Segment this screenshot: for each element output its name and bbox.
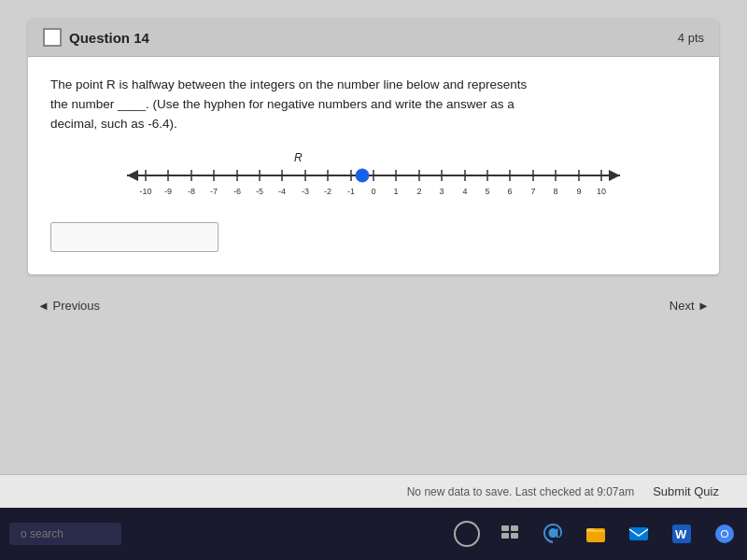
question-text: The point R is halfway between the integ…	[50, 76, 697, 134]
footer-status: No new data to save. Last checked at 9:0…	[407, 485, 634, 498]
main-content: Question 14 4 pts The point R is halfway…	[0, 0, 747, 474]
svg-text:6: 6	[507, 187, 512, 196]
question-header: Question 14 4 pts	[28, 19, 719, 57]
r-label: R	[294, 151, 303, 164]
svg-rect-51	[629, 527, 648, 540]
windows-icon[interactable]	[454, 521, 480, 547]
question-text-line1: The point R is halfway between the integ…	[50, 77, 527, 91]
svg-marker-2	[609, 170, 620, 181]
svg-text:W: W	[675, 527, 687, 541]
svg-text:-7: -7	[210, 187, 218, 196]
previous-button[interactable]: ◄ Previous	[28, 293, 109, 318]
question-card: Question 14 4 pts The point R is halfway…	[28, 19, 719, 274]
number-line-container: R // This won't execute ins	[50, 151, 697, 203]
svg-text:-5: -5	[256, 187, 263, 196]
svg-text:7: 7	[530, 187, 535, 196]
task-view-icon[interactable]	[497, 521, 523, 547]
svg-rect-49	[511, 533, 518, 539]
svg-text:-2: -2	[324, 187, 331, 196]
svg-text:2: 2	[416, 187, 421, 196]
question-title: Question 14	[69, 30, 149, 46]
svg-text:-3: -3	[302, 187, 309, 196]
question-text-line3: decimal, such as -6.4).	[50, 117, 177, 131]
svg-text:5: 5	[485, 187, 489, 196]
footer-bar: No new data to save. Last checked at 9:0…	[0, 474, 747, 508]
word-icon[interactable]: W	[669, 521, 695, 547]
question-checkbox[interactable]	[43, 28, 62, 47]
svg-text:1: 1	[393, 187, 398, 196]
svg-text:-8: -8	[188, 187, 195, 196]
svg-text:8: 8	[553, 187, 557, 196]
svg-text:-6: -6	[233, 187, 241, 196]
svg-text:-1: -1	[347, 187, 355, 196]
chrome-icon[interactable]	[712, 521, 738, 547]
svg-rect-46	[501, 525, 509, 531]
svg-text:3: 3	[439, 187, 444, 196]
nav-bar: ◄ Previous Next ►	[0, 284, 747, 328]
submit-quiz-button[interactable]: Submit Quiz	[653, 484, 719, 498]
answer-input[interactable]	[50, 222, 218, 252]
mail-icon[interactable]	[626, 521, 652, 547]
number-line-svg: // This won't execute inside SVG, using …	[50, 153, 697, 203]
svg-text:-9: -9	[164, 187, 172, 196]
svg-text:0: 0	[371, 187, 375, 196]
svg-rect-47	[511, 525, 518, 531]
edge-icon[interactable]	[540, 521, 566, 547]
question-text-line2: the number ____. (Use the hyphen for neg…	[50, 97, 514, 111]
svg-text:4: 4	[462, 187, 467, 196]
file-explorer-icon[interactable]	[583, 521, 609, 547]
svg-rect-48	[501, 533, 509, 539]
svg-text:-10: -10	[139, 187, 151, 196]
next-button[interactable]: Next ►	[660, 293, 719, 318]
svg-point-45	[356, 169, 369, 182]
svg-text:10: 10	[597, 187, 606, 196]
svg-text:-4: -4	[278, 187, 286, 196]
svg-marker-1	[127, 170, 138, 181]
number-line-svg-element: // This won't execute inside SVG, using …	[112, 153, 635, 203]
question-points: 4 pts	[678, 31, 704, 45]
taskbar-search[interactable]	[9, 523, 121, 545]
question-body: The point R is halfway between the integ…	[28, 57, 719, 274]
svg-point-56	[722, 531, 727, 537]
taskbar-icons: W	[454, 521, 738, 547]
taskbar: W	[0, 508, 747, 560]
taskbar-left	[9, 523, 121, 545]
svg-text:9: 9	[576, 187, 581, 196]
